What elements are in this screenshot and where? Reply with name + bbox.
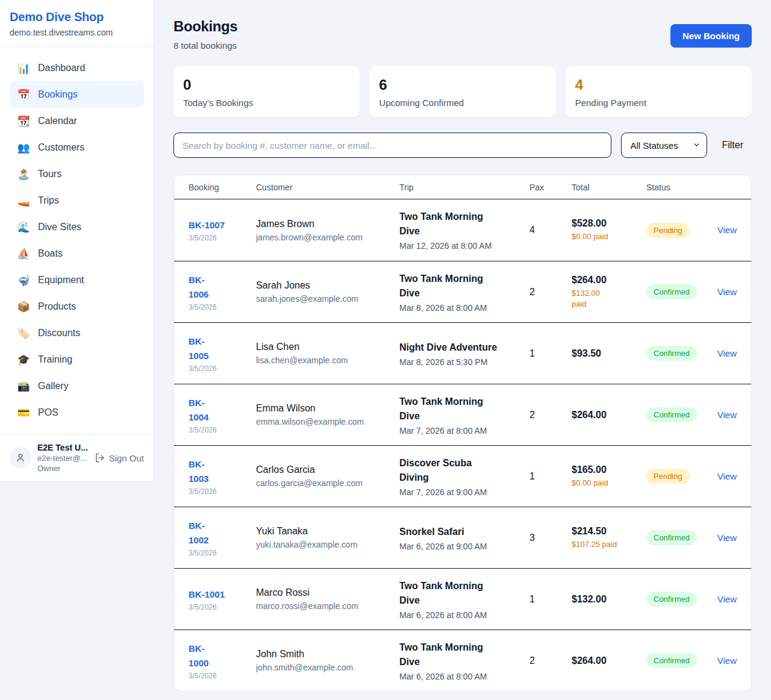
package-icon: 📦: [17, 302, 30, 312]
view-link[interactable]: View: [717, 410, 737, 420]
sidebar-item-bookings[interactable]: 📅 Bookings: [10, 81, 144, 108]
status-cell: Confirmed: [646, 284, 711, 299]
column-header-booking: Booking: [189, 183, 256, 192]
booking-cell: BK-1001 3/5/2026: [189, 587, 256, 611]
customer-cell: Marco Rossi marco.rossi@example.com: [256, 587, 399, 611]
total-cell: $132.00: [572, 594, 646, 605]
actions-cell: View: [711, 348, 737, 359]
booking-number-link[interactable]: BK-1001: [189, 587, 256, 602]
booking-number-link[interactable]: BK- 1002: [189, 519, 256, 548]
sign-out-icon: [95, 452, 105, 463]
trip-name: Two Tank Morning Dive: [399, 272, 521, 301]
booking-number-link[interactable]: BK- 1003: [189, 457, 256, 486]
total-cell: $264.00: [572, 410, 646, 420]
status-cell: Confirmed: [646, 346, 711, 361]
sidebar-item-equipment[interactable]: 🤿 Equipment: [10, 267, 144, 293]
customer-cell: Sarah Jones sarah.jones@example.com: [256, 280, 399, 304]
actions-cell: View: [711, 594, 737, 605]
sidebar-item-dashboard[interactable]: 📊 Dashboard: [10, 55, 144, 81]
sidebar-item-training[interactable]: 🎓 Training: [10, 346, 144, 373]
customer-name: Sarah Jones: [256, 280, 399, 291]
trip-name: Night Dive Adventure: [399, 340, 521, 355]
sidebar-item-label: Discounts: [38, 326, 80, 340]
view-link[interactable]: View: [717, 655, 737, 666]
column-header-total: Total: [572, 183, 646, 192]
booking-date: 3/5/2026: [189, 364, 256, 373]
trip-name: Two Tank Morning Dive: [399, 395, 521, 423]
booking-date: 3/5/2026: [189, 234, 256, 242]
sidebar-item-calendar[interactable]: 📆 Calendar: [10, 108, 144, 134]
search-input[interactable]: [173, 133, 611, 158]
customer-cell: Lisa Chen lisa.chen@example.com: [256, 342, 399, 365]
table-row: BK- 1002 3/5/2026 Yuki Tanaka yuki.tanak…: [174, 507, 751, 568]
sidebar-item-tours[interactable]: 🏝️ Tours: [10, 161, 144, 187]
brand-title[interactable]: Demo Dive Shop: [10, 10, 144, 24]
pax-cell: 3: [529, 533, 572, 543]
status-filter: All Statuses: [621, 133, 707, 158]
trip-cell: Two Tank Morning Dive Mar 7, 2026 at 8:0…: [399, 395, 529, 436]
trip-cell: Night Dive Adventure Mar 8, 2026 at 5:30…: [399, 340, 529, 367]
booking-number-link[interactable]: BK- 1004: [189, 396, 256, 425]
sidebar-item-gallery[interactable]: 📸 Gallery: [10, 373, 144, 399]
view-link[interactable]: View: [717, 287, 737, 297]
stats-cards: 0 Today's Bookings 6 Upcoming Confirmed …: [173, 66, 752, 117]
sidebar-item-products[interactable]: 📦 Products: [10, 293, 144, 320]
pax-cell: 2: [529, 287, 572, 298]
page-header: Bookings 8 total bookings New Booking: [173, 18, 752, 51]
sidebar-item-label: Equipment: [38, 273, 84, 287]
total-cell: $264.00: [572, 655, 646, 666]
column-header-trip: Trip: [399, 183, 529, 192]
trip-cell: Two Tank Morning Dive Mar 6, 2026 at 8:0…: [399, 579, 529, 620]
booking-date: 3/5/2026: [189, 672, 256, 680]
status-badge: Confirmed: [646, 530, 697, 545]
pax-cell: 2: [529, 655, 572, 666]
sidebar-item-pos[interactable]: 💳 POS: [10, 399, 144, 426]
view-link[interactable]: View: [717, 533, 737, 543]
view-link[interactable]: View: [717, 225, 737, 235]
booking-number-link[interactable]: BK- 1005: [189, 334, 256, 363]
status-cell: Confirmed: [646, 653, 711, 668]
total-cell: $93.50: [572, 348, 646, 359]
avatar: [10, 447, 31, 469]
sign-out-label: Sign Out: [109, 453, 144, 463]
total-cell: $165.00 $0.00 paid: [572, 464, 646, 489]
status-cell: Pending: [646, 223, 711, 238]
booking-cell: BK- 1005 3/5/2026: [189, 334, 256, 373]
paid-amount: $0.00 paid: [572, 231, 646, 242]
sidebar-item-customers[interactable]: 👥 Customers: [10, 134, 144, 161]
sidebar-item-dive-sites[interactable]: 🌊 Dive Sites: [10, 214, 144, 240]
camera-icon: 📸: [17, 381, 30, 392]
trip-datetime: Mar 6, 2026 at 8:00 AM: [399, 610, 521, 620]
sign-out-button[interactable]: Sign Out: [95, 452, 144, 463]
wave-icon: 🌊: [17, 222, 30, 233]
user-email: e2e-tester@...: [37, 454, 89, 463]
table-row: BK-1001 3/5/2026 Marco Rossi marco.rossi…: [174, 568, 751, 630]
sidebar-item-discounts[interactable]: 🏷️ Discounts: [10, 320, 144, 346]
total-amount: $528.00: [572, 218, 646, 229]
status-filter-select[interactable]: All Statuses: [621, 133, 707, 158]
view-link[interactable]: View: [717, 348, 737, 358]
pax-cell: 1: [529, 471, 572, 482]
booking-cell: BK- 1006 3/5/2026: [189, 273, 256, 311]
brand-header: Demo Dive Shop demo.test.divestreams.com: [0, 0, 154, 47]
sailboat-icon: ⛵: [17, 249, 30, 259]
actions-cell: View: [711, 287, 737, 298]
column-header-customer: Customer: [256, 183, 399, 192]
booking-number-link[interactable]: BK-1007: [189, 218, 256, 233]
booking-number-link[interactable]: BK- 1000: [189, 642, 256, 670]
new-booking-button[interactable]: New Booking: [670, 24, 752, 48]
trip-datetime: Mar 6, 2026 at 9:00 AM: [399, 542, 521, 551]
customer-email: john.smith@example.com: [256, 663, 399, 672]
view-link[interactable]: View: [717, 471, 737, 481]
filter-button[interactable]: Filter: [717, 140, 752, 151]
sidebar-item-trips[interactable]: 🚤 Trips: [10, 187, 144, 214]
actions-cell: View: [711, 533, 737, 543]
total-cell: $528.00 $0.00 paid: [572, 218, 646, 242]
booking-cell: BK- 1004 3/5/2026: [189, 396, 256, 434]
view-link[interactable]: View: [717, 594, 737, 604]
total-amount: $264.00: [572, 275, 646, 286]
user-section: E2E Test U... e2e-tester@... Owner Sign …: [0, 434, 154, 481]
booking-number-link[interactable]: BK- 1006: [189, 273, 256, 302]
sidebar-item-boats[interactable]: ⛵ Boats: [10, 240, 144, 267]
table-body: BK-1007 3/5/2026 James Brown james.brown…: [174, 199, 751, 691]
